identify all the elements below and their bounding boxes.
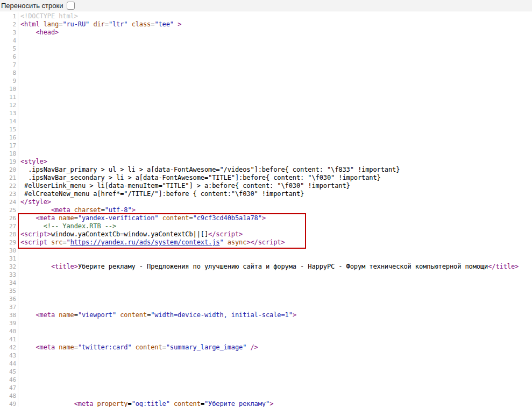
code-line: 3 <head> (0, 29, 532, 37)
code-text: <style> (18, 158, 47, 166)
line-number: 9 (0, 77, 18, 85)
code-line: 39 (0, 319, 532, 327)
code-text (18, 247, 20, 255)
token-val: "summary_large_image" (166, 343, 247, 351)
line-number: 35 (0, 287, 18, 295)
line-number: 23 (0, 190, 18, 198)
code-text (18, 101, 20, 109)
code-line: 38 <meta name="viewport" content="width=… (0, 311, 532, 319)
linewrap-checkbox[interactable] (67, 2, 75, 10)
code-line: 32 <title>Уберите рекламу - Предложения … (0, 263, 532, 271)
token-text (224, 238, 228, 246)
code-text (18, 335, 20, 343)
code-line: 17 (0, 142, 532, 150)
token-tag: <style> (20, 158, 47, 165)
code-text (18, 271, 20, 279)
token-attr: dir (93, 20, 104, 28)
line-number: 39 (0, 319, 18, 327)
code-text (18, 360, 20, 368)
token-tag: <html (20, 20, 40, 28)
line-number: 19 (0, 158, 18, 166)
token-attr: charset (74, 206, 101, 214)
linewrap-control[interactable]: Переносить строки (1, 2, 75, 10)
code-line: 7 (0, 61, 532, 69)
token-attr: name (59, 214, 74, 222)
token-text: Уберите рекламу - Предложения по улучшен… (78, 263, 488, 270)
code-line: 33 (0, 271, 532, 279)
code-text: <!DOCTYPE html> (18, 12, 78, 20)
code-line: 28<script>window.yaContextCb=window.yaCo… (0, 230, 532, 238)
code-line: 23 #elCreateNew_menu a[href*="/TITLE/"]:… (0, 190, 532, 198)
token-tag: </script> (208, 230, 243, 238)
token-attr: content (174, 400, 201, 407)
token-tag: <meta (51, 206, 70, 214)
code-text (18, 352, 20, 360)
code-line: 30 (0, 247, 532, 255)
code-text (18, 255, 20, 263)
code-text: <meta name="yandex-verification" content… (18, 214, 266, 222)
token-tag: <meta (36, 214, 55, 222)
token-text (128, 20, 132, 28)
code-line: 6 (0, 53, 532, 61)
token-text (20, 214, 36, 222)
line-number: 17 (0, 142, 18, 150)
token-text: = (105, 20, 109, 28)
code-line: 12 (0, 101, 532, 109)
code-line: 18 (0, 150, 532, 158)
code-line: 29<script src="https://yandex.ru/ads/sys… (0, 238, 532, 247)
source-url-link[interactable]: https://yandex.ru/ads/system/context.js (70, 238, 220, 246)
line-number: 34 (0, 279, 18, 287)
token-text (70, 206, 74, 214)
code-line: 48 (0, 392, 532, 400)
line-number: 44 (0, 360, 18, 368)
line-number: 28 (0, 230, 18, 238)
token-attr: content (162, 214, 189, 222)
code-text (18, 77, 20, 85)
source-view: 1<!DOCTYPE html>2<html lang="ru-RU" dir=… (0, 11, 532, 407)
token-val: "og:title" (132, 400, 170, 407)
token-text (132, 343, 136, 351)
token-val: "yandex-verification" (78, 214, 159, 222)
token-tag: > (132, 206, 136, 214)
line-number: 49 (0, 400, 18, 407)
token-text (20, 343, 36, 351)
token-text: = (74, 214, 78, 222)
code-line: 22 #elUserLink_menu > li[data-menuItem="… (0, 182, 532, 190)
code-text (18, 279, 20, 287)
token-tag: > (269, 400, 273, 407)
code-text: .ipsNavBar_primary > ul > li > a[data-Fo… (18, 166, 400, 174)
token-attr: class (132, 20, 151, 28)
token-val: " (220, 238, 224, 246)
token-text (20, 206, 51, 214)
code-text: <meta name="viewport" content="width=dev… (18, 311, 296, 319)
token-text (246, 343, 250, 351)
code-line: 11 (0, 93, 532, 101)
code-line: 40 (0, 327, 532, 335)
token-text: = (74, 311, 78, 319)
line-number: 32 (0, 263, 18, 271)
line-number: 16 (0, 134, 18, 142)
token-text (170, 400, 174, 407)
code-line: 4 (0, 37, 532, 45)
token-tag: <head> (36, 29, 59, 36)
code-text: #elUserLink_menu > li[data-menuItem="TIT… (18, 182, 350, 190)
line-number: 46 (0, 376, 18, 384)
token-attr: content (136, 343, 162, 351)
token-val: "viewport" (78, 311, 116, 319)
token-val: "utf-8" (105, 206, 132, 214)
token-tag: > (262, 214, 266, 222)
code-line: 9 (0, 77, 532, 85)
code-text: <html lang="ru-RU" dir="ltr" class="tee"… (18, 20, 181, 29)
line-number: 13 (0, 109, 18, 117)
code-text: </style> (18, 198, 51, 206)
token-tag: > (178, 20, 181, 28)
line-number: 29 (0, 238, 18, 247)
code-line: 46 (0, 376, 532, 384)
code-line: 21 .ipsNavBar_secondary > li > a[data-Fo… (0, 174, 532, 182)
code-text (18, 392, 20, 400)
line-number: 21 (0, 174, 18, 182)
line-number: 22 (0, 182, 18, 190)
line-number: 33 (0, 271, 18, 279)
code-text (18, 319, 20, 327)
code-line: 47 (0, 384, 532, 392)
